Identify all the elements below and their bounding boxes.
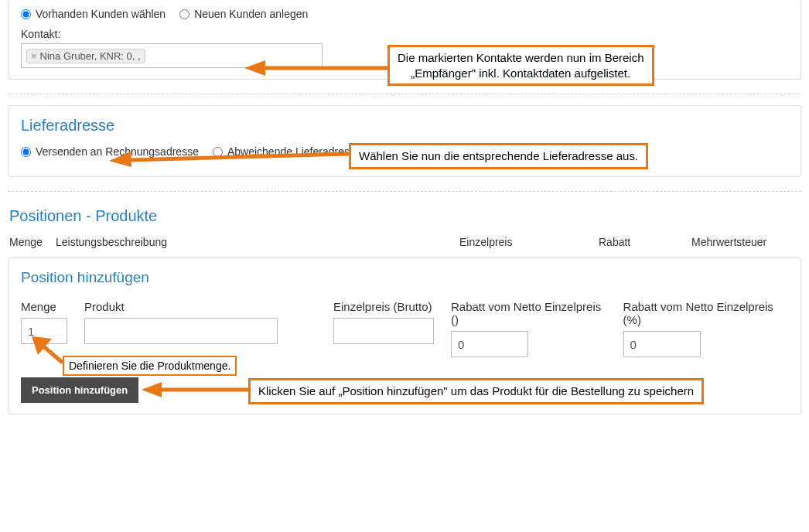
field-menge: Menge [21, 300, 67, 357]
positions-section: Positionen - Produkte Menge Leistungsbes… [8, 207, 801, 414]
customer-mode-radios: Vorhanden Kunden wählen Neuen Kunden anl… [21, 8, 788, 20]
contact-token-input[interactable]: × Nina Gruber, KNR: 0, , [21, 43, 323, 68]
menge-input[interactable] [21, 318, 67, 344]
radio-billing-input[interactable] [21, 147, 31, 157]
field-produkt: Produkt [84, 300, 278, 357]
radio-billing-label: Versenden an Rechnungsadresse [36, 145, 199, 158]
contact-label: Kontakt: [21, 28, 788, 40]
positions-columns-header: Menge Leistungsbeschreibung Einzelpreis … [8, 236, 801, 248]
ep-label: Einzelpreis (Brutto) [333, 300, 434, 313]
produkt-input[interactable] [84, 318, 278, 344]
radio-new-label: Neuen Kunden anlegen [194, 8, 308, 20]
radio-other-label: Abweichende Lieferadresse [227, 145, 361, 158]
menge-label: Menge [21, 300, 67, 313]
delivery-panel: Lieferadresse Versenden an Rechnungsadre… [8, 105, 801, 177]
callout-button: Klicken Sie auf „Position hinzufügen" um… [248, 378, 704, 404]
col-rabatt: Rabatt [599, 236, 691, 248]
field-rabatt-abs: Rabatt vom Netto Einzelpreis () [451, 300, 606, 357]
add-position-panel: Position hinzufügen Menge Produkt Einzel… [8, 257, 801, 414]
callout-contacts: Die markierten Kontakte werden nun im Be… [387, 45, 654, 86]
rabatt-abs-label: Rabatt vom Netto Einzelpreis () [451, 300, 606, 326]
col-desc: Leistungsbeschreibung [56, 236, 459, 248]
callout-delivery: Wählen Sie nun die entsprechende Liefera… [349, 143, 648, 169]
radio-existing-customer[interactable]: Vorhanden Kunden wählen [21, 8, 166, 20]
produkt-label: Produkt [84, 300, 278, 313]
contact-token: × Nina Gruber, KNR: 0, , [26, 49, 145, 63]
field-rabatt-pct: Rabatt vom Netto Einzelpreis (%) [623, 300, 788, 357]
radio-existing-input[interactable] [21, 9, 31, 19]
radio-billing-address[interactable]: Versenden an Rechnungsadresse [21, 145, 199, 158]
radio-existing-label: Vorhanden Kunden wählen [36, 8, 166, 20]
add-position-button[interactable]: Position hinzufügen [21, 377, 138, 403]
col-mwst: Mehrwertsteuer [691, 236, 800, 248]
divider-2 [8, 191, 801, 192]
radio-other-address[interactable]: Abweichende Lieferadresse [213, 145, 361, 158]
svg-marker-9 [142, 382, 162, 397]
positions-title: Positionen - Produkte [9, 207, 801, 225]
radio-other-input[interactable] [213, 147, 223, 157]
remove-token-icon[interactable]: × [31, 51, 37, 61]
radio-new-customer[interactable]: Neuen Kunden anlegen [179, 8, 308, 20]
token-text: Nina Gruber, KNR: 0, , [40, 50, 141, 62]
rabatt-abs-input[interactable] [451, 331, 528, 357]
callout-menge: Definieren Sie die Produktmenge. [63, 356, 237, 376]
customer-panel: Vorhanden Kunden wählen Neuen Kunden anl… [8, 0, 801, 80]
field-einzelpreis: Einzelpreis (Brutto) [333, 300, 434, 357]
add-title: Position hinzufügen [21, 269, 788, 286]
rabatt-pct-label: Rabatt vom Netto Einzelpreis (%) [623, 300, 788, 326]
einzelpreis-input[interactable] [333, 318, 434, 344]
rabatt-pct-input[interactable] [623, 331, 701, 357]
col-menge: Menge [9, 236, 56, 248]
add-fields-row: Menge Produkt Einzelpreis (Brutto) Rabat… [21, 300, 788, 357]
divider [8, 94, 801, 94]
col-ep: Einzelpreis [459, 236, 599, 248]
delivery-title: Lieferadresse [21, 117, 788, 135]
radio-new-input[interactable] [179, 9, 189, 19]
